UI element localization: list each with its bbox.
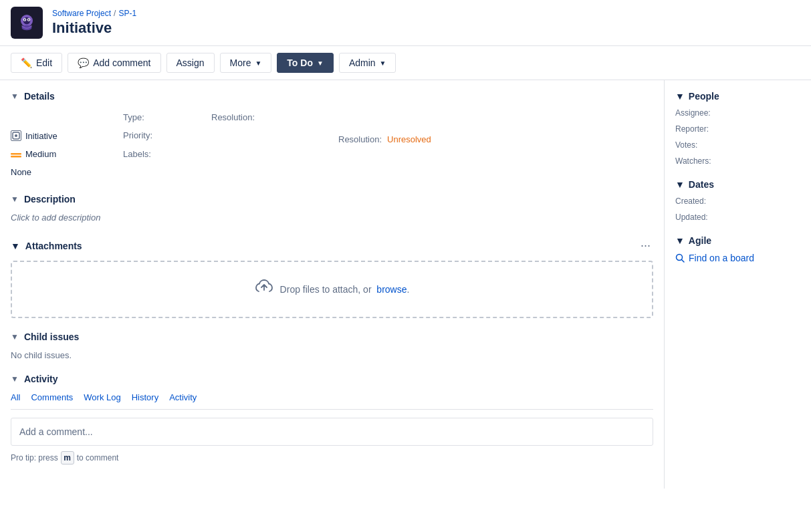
assign-button[interactable]: Assign xyxy=(166,53,215,73)
description-section-title: Description xyxy=(24,194,76,205)
app-header: Software Project / SP-1 Initiative xyxy=(0,0,811,46)
pro-tip: Pro tip: press m to comment xyxy=(11,451,653,464)
toggle-icon: ▼ xyxy=(11,92,19,101)
no-child-issues-text: No child issues. xyxy=(11,350,653,360)
resolution-label-2: Resolution: xyxy=(338,132,382,147)
toggle-icon: ▼ xyxy=(675,235,685,246)
updated-field: Updated: xyxy=(675,213,800,222)
assignee-label: Assignee: xyxy=(675,108,800,118)
resolution-value: Unresolved xyxy=(387,132,431,147)
toggle-icon: ▼ xyxy=(675,91,685,102)
attachments-section-header[interactable]: ▼ Attachments xyxy=(11,241,82,251)
assignee-field: Assignee: xyxy=(675,108,800,118)
activity-section-header[interactable]: ▼ Activity xyxy=(11,374,653,384)
description-placeholder[interactable]: Click to add description xyxy=(11,213,653,223)
created-label: Created: xyxy=(675,196,800,206)
header-text: Software Project / SP-1 Initiative xyxy=(52,9,136,37)
details-section-header[interactable]: ▼ Details xyxy=(11,91,653,102)
votes-label: Votes: xyxy=(675,140,800,150)
child-issues-section: ▼ Child issues No child issues. xyxy=(11,331,653,360)
edit-button[interactable]: ✏️ Edit xyxy=(11,53,62,73)
search-icon xyxy=(675,253,685,263)
page-title: Initiative xyxy=(52,19,136,37)
svg-point-6 xyxy=(28,19,29,20)
attachments-section-title: Attachments xyxy=(25,241,82,251)
more-button[interactable]: More ▼ xyxy=(220,53,272,73)
activity-tab-history[interactable]: History xyxy=(132,392,158,408)
chevron-down-icon: ▼ xyxy=(317,59,324,67)
activity-tab-worklog[interactable]: Work Log xyxy=(84,392,120,408)
comment-box[interactable] xyxy=(11,418,653,446)
project-link[interactable]: Software Project xyxy=(52,9,111,18)
toggle-icon: ▼ xyxy=(11,332,19,342)
svg-rect-10 xyxy=(11,153,21,155)
updated-label: Updated: xyxy=(675,213,800,222)
edit-icon: ✏️ xyxy=(21,57,32,68)
agile-section: ▼ Agile Find on a board xyxy=(675,235,800,263)
activity-tab-all[interactable]: All xyxy=(11,392,20,408)
comment-icon: 💬 xyxy=(78,57,89,68)
browse-link[interactable]: browse xyxy=(376,284,407,295)
svg-point-5 xyxy=(24,19,25,20)
dates-section-header[interactable]: ▼ Dates xyxy=(675,179,800,190)
drop-zone[interactable]: Drop files to attach, or browse. xyxy=(11,261,653,318)
labels-value: None xyxy=(11,164,118,180)
watchers-label: Watchers: xyxy=(675,156,800,166)
activity-tab-activity[interactable]: Activity xyxy=(169,392,197,408)
labels-label: Labels: xyxy=(123,146,653,162)
people-section: ▼ People Assignee: Reporter: Votes: Watc… xyxy=(675,91,800,166)
dates-section: ▼ Dates Created: Updated: xyxy=(675,179,800,222)
svg-point-9 xyxy=(15,134,17,137)
breadcrumb-separator: / xyxy=(114,9,116,18)
svg-line-13 xyxy=(682,260,685,263)
type-value: Initiative xyxy=(11,128,118,144)
app-logo xyxy=(11,7,43,39)
breadcrumb: Software Project / SP-1 xyxy=(52,9,136,18)
activity-tab-comments[interactable]: Comments xyxy=(31,392,73,408)
people-section-header[interactable]: ▼ People xyxy=(675,91,800,102)
issue-id: SP-1 xyxy=(118,9,136,18)
status-button[interactable]: To Do ▼ xyxy=(277,53,334,73)
type-label: Type: xyxy=(123,110,653,125)
medium-priority-icon xyxy=(11,151,21,158)
add-comment-button[interactable]: 💬 Add comment xyxy=(68,53,160,73)
svg-rect-11 xyxy=(11,156,21,158)
child-issues-section-title: Child issues xyxy=(24,331,79,342)
description-section: ▼ Description Click to add description xyxy=(11,194,653,223)
attachments-header-row: ▼ Attachments ··· xyxy=(11,236,653,255)
details-section-title: Details xyxy=(24,91,55,102)
agile-section-header[interactable]: ▼ Agile xyxy=(675,235,800,246)
reporter-label: Reporter: xyxy=(675,124,800,134)
watchers-field: Watchers: xyxy=(675,156,800,166)
upload-icon xyxy=(255,278,273,301)
description-section-header[interactable]: ▼ Description xyxy=(11,194,653,205)
chevron-down-icon: ▼ xyxy=(380,59,386,67)
toggle-icon: ▼ xyxy=(11,374,19,384)
activity-section-title: Activity xyxy=(24,374,58,384)
priority-value: Medium xyxy=(11,146,118,162)
toolbar: ✏️ Edit 💬 Add comment Assign More ▼ To D… xyxy=(0,46,811,80)
votes-field: Votes: xyxy=(675,140,800,150)
child-issues-section-header[interactable]: ▼ Child issues xyxy=(11,331,653,342)
toggle-icon: ▼ xyxy=(11,194,19,204)
activity-tabs: All Comments Work Log History Activity xyxy=(11,392,653,410)
toggle-icon: ▼ xyxy=(675,179,685,190)
created-field: Created: xyxy=(675,196,800,206)
details-section: ▼ Details Type: Initiative Resolution: P… xyxy=(11,91,653,180)
chevron-down-icon: ▼ xyxy=(255,59,261,67)
drop-text: Drop files to attach, or browse. xyxy=(280,284,410,295)
comment-input[interactable] xyxy=(19,425,645,438)
find-on-board-link[interactable]: Find on a board xyxy=(675,253,800,263)
toggle-icon: ▼ xyxy=(11,241,20,251)
reporter-field: Reporter: xyxy=(675,124,800,134)
attachments-section: ▼ Attachments ··· Drop files to attach, … xyxy=(11,236,653,318)
key-m-badge: m xyxy=(61,451,74,464)
initiative-type-icon xyxy=(11,130,21,141)
activity-section: ▼ Activity All Comments Work Log History… xyxy=(11,374,653,464)
right-panel: ▼ People Assignee: Reporter: Votes: Watc… xyxy=(664,80,811,489)
main-content: ▼ Details Type: Initiative Resolution: P… xyxy=(0,80,811,489)
left-panel: ▼ Details Type: Initiative Resolution: P… xyxy=(0,80,664,489)
admin-button[interactable]: Admin ▼ xyxy=(339,53,396,73)
attachments-more-icon[interactable]: ··· xyxy=(638,236,653,255)
